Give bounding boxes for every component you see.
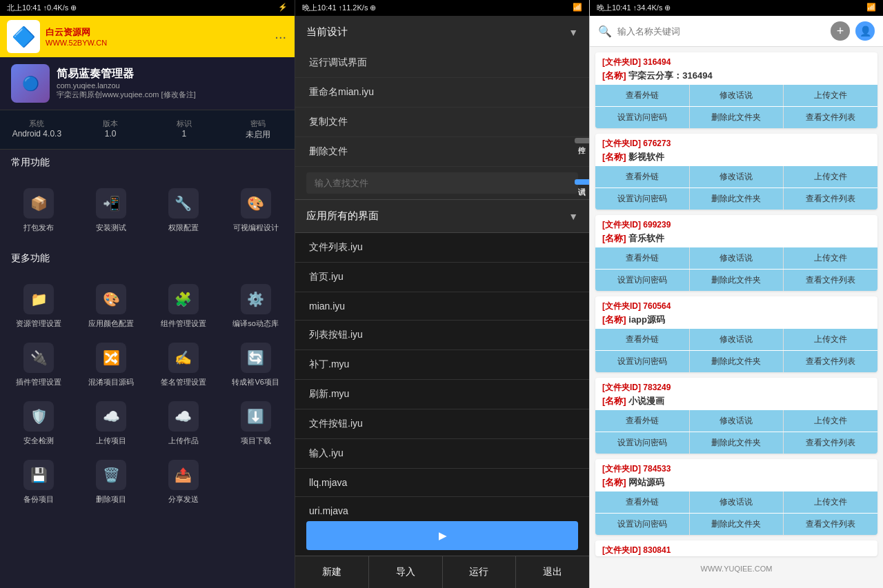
grid-item-share[interactable]: 📤 分享发送 xyxy=(148,453,220,511)
current-design-item-1[interactable]: 重命名mian.iyu xyxy=(295,78,589,108)
more-icon[interactable]: ··· xyxy=(275,29,286,45)
edit-desc-btn-0[interactable]: 修改话说 xyxy=(690,85,784,106)
interface-item-1[interactable]: 首页.iyu xyxy=(295,263,589,292)
set-password-btn-4[interactable]: 设置访问密码 xyxy=(595,432,689,454)
delete-folder-btn-3[interactable]: 删除此文件夹 xyxy=(690,351,784,372)
interface-item-2[interactable]: mian.iyu xyxy=(295,292,589,321)
delete-folder-btn-5[interactable]: 删除此文件夹 xyxy=(690,514,784,535)
current-design-header[interactable]: 当前设计 ▼ xyxy=(295,16,589,48)
folder-entry-4: [文件夹ID] 783249 [名称] 小说漫画 查看外链 修改话说 上传文件 … xyxy=(595,378,877,454)
edit-desc-btn-1[interactable]: 修改话说 xyxy=(690,166,784,187)
interface-item-5[interactable]: 刷新.myu xyxy=(295,380,589,409)
set-password-btn-1[interactable]: 设置访问密码 xyxy=(595,188,689,210)
avatar-button[interactable]: 👤 xyxy=(855,21,875,41)
view-filelist-btn-0[interactable]: 查看文件列表 xyxy=(784,107,877,128)
grid-item-download[interactable]: ⬇️ 项目下载 xyxy=(219,394,292,453)
set-password-btn-5[interactable]: 设置访问密码 xyxy=(595,514,689,535)
edit-desc-btn-2[interactable]: 修改话说 xyxy=(690,247,784,269)
upload-work-icon: ☁️ xyxy=(168,401,199,432)
grid-item-package[interactable]: 📦 打包发布 xyxy=(3,181,75,240)
convert-label: 转成裕V6项目 xyxy=(232,377,279,387)
folder-id-prefix-0: [文件夹ID] xyxy=(602,57,643,67)
grid-item-component[interactable]: 🧩 组件管理设置 xyxy=(148,277,220,336)
sign-label: 签名管理设置 xyxy=(161,377,206,387)
run-button[interactable]: ▶ xyxy=(306,521,578,550)
interface-item-6[interactable]: 文件按钮.iyu xyxy=(295,409,589,439)
grid-item-upload-project[interactable]: ☁️ 上传项目 xyxy=(75,394,148,453)
interface-item-4[interactable]: 补丁.myu xyxy=(295,350,589,380)
add-button[interactable]: + xyxy=(831,21,850,41)
file-search-input[interactable] xyxy=(617,26,825,37)
grid-item-plugin[interactable]: 🔌 插件管理设置 xyxy=(3,336,75,394)
view-filelist-btn-3[interactable]: 查看文件列表 xyxy=(784,351,877,372)
current-design-item-0[interactable]: 运行调试界面 xyxy=(295,48,589,78)
set-password-btn-2[interactable]: 设置访问密码 xyxy=(595,270,689,291)
set-password-btn-0[interactable]: 设置访问密码 xyxy=(595,107,689,128)
upload-file-btn-4[interactable]: 上传文件 xyxy=(784,410,877,432)
upload-file-btn-0[interactable]: 上传文件 xyxy=(784,85,877,106)
component-label: 组件管理设置 xyxy=(161,318,206,329)
edit-desc-btn-4[interactable]: 修改话说 xyxy=(690,410,784,432)
run-footer-button[interactable]: 运行 xyxy=(443,556,517,588)
view-link-btn-1[interactable]: 查看外链 xyxy=(595,166,689,187)
import-button[interactable]: 导入 xyxy=(369,556,443,588)
exit-button[interactable]: 退出 xyxy=(516,556,589,588)
grid-item-convert[interactable]: 🔄 转成裕V6项目 xyxy=(219,336,292,394)
edit-desc-btn-5[interactable]: 修改话说 xyxy=(690,491,784,513)
grid-item-compile[interactable]: ⚙️ 编译so动态库 xyxy=(219,277,292,336)
interface-item-9[interactable]: uri.mjava xyxy=(295,497,589,516)
current-design-item-3[interactable]: 删除文件 xyxy=(295,137,589,167)
view-filelist-btn-1[interactable]: 查看文件列表 xyxy=(784,188,877,210)
grid-item-backup[interactable]: 💾 备份项目 xyxy=(3,453,75,511)
delete-icon: 🗑️ xyxy=(96,460,126,490)
grid-item-obfuscate[interactable]: 🔀 混淆项目源码 xyxy=(75,336,148,394)
edit-desc-btn-3[interactable]: 修改话说 xyxy=(690,329,784,350)
delete-folder-btn-1[interactable]: 删除此文件夹 xyxy=(690,188,784,210)
view-link-btn-2[interactable]: 查看外链 xyxy=(595,247,689,269)
grid-item-color[interactable]: 🎨 应用颜色配置 xyxy=(75,277,148,336)
grid-item-resource[interactable]: 📁 资源管理设置 xyxy=(3,277,75,336)
grid-item-sign[interactable]: ✍️ 签名管理设置 xyxy=(148,336,220,394)
panel3-watermark: WWW.YUQIEE.COM xyxy=(595,562,877,576)
interface-item-0[interactable]: 文件列表.iyu xyxy=(295,233,589,263)
upload-file-btn-2[interactable]: 上传文件 xyxy=(784,247,877,269)
panel3-status-right: 📶 xyxy=(866,3,876,13)
interface-item-7[interactable]: 输入.iyu xyxy=(295,439,589,469)
current-design-item-2[interactable]: 复制文件 xyxy=(295,108,589,137)
folder-buttons-row1-2: 查看外链 修改话说 上传文件 xyxy=(595,247,877,269)
interface-item-3[interactable]: 列表按钮.iyu xyxy=(295,321,589,350)
view-link-btn-0[interactable]: 查看外链 xyxy=(595,85,689,106)
upload-file-btn-1[interactable]: 上传文件 xyxy=(784,166,877,187)
panel3-status-left: 晚上10:41 ↑34.4K/s ⊕ xyxy=(597,3,671,13)
all-interfaces-header[interactable]: 应用所有的界面 ▼ xyxy=(295,200,589,232)
view-filelist-btn-2[interactable]: 查看文件列表 xyxy=(784,270,877,291)
upload-file-btn-3[interactable]: 上传文件 xyxy=(784,329,877,350)
compile-label: 编译so动态库 xyxy=(232,318,279,329)
app-info: 简易蓝奏管理器 com.yuqiee.lanzou 宇栾云阁原创www.yuqi… xyxy=(57,67,196,100)
panel2-status-left: 晚上10:41 ↑11.2K/s ⊕ xyxy=(302,3,376,13)
view-link-btn-5[interactable]: 查看外链 xyxy=(595,491,689,513)
new-button[interactable]: 新建 xyxy=(295,556,369,588)
grid-item-security[interactable]: 🛡️ 安全检测 xyxy=(3,394,75,453)
grid-item-delete[interactable]: 🗑️ 删除项目 xyxy=(75,453,148,511)
delete-folder-btn-2[interactable]: 删除此文件夹 xyxy=(690,270,784,291)
interface-item-8[interactable]: llq.mjava xyxy=(295,469,589,497)
view-link-btn-4[interactable]: 查看外链 xyxy=(595,410,689,432)
grid-item-upload-work[interactable]: ☁️ 上传作品 xyxy=(148,394,220,453)
delete-folder-btn-0[interactable]: 删除此文件夹 xyxy=(690,107,784,128)
upload-file-btn-5[interactable]: 上传文件 xyxy=(784,491,877,513)
search-file-input[interactable] xyxy=(306,172,578,194)
ctrl-badge[interactable]: 控件 xyxy=(575,138,589,143)
view-filelist-btn-5[interactable]: 查看文件列表 xyxy=(784,514,877,535)
package-label: 打包发布 xyxy=(23,223,54,233)
grid-item-permission[interactable]: 🔧 权限配置 xyxy=(148,181,220,240)
view-link-btn-3[interactable]: 查看外链 xyxy=(595,329,689,350)
set-password-btn-3[interactable]: 设置访问密码 xyxy=(595,351,689,372)
debug-badge[interactable]: 调试 xyxy=(575,179,589,185)
folder-name-4: [名称] 小说漫画 xyxy=(595,394,877,410)
delete-folder-btn-4[interactable]: 删除此文件夹 xyxy=(690,432,784,454)
view-filelist-btn-4[interactable]: 查看文件列表 xyxy=(784,432,877,454)
folder-buttons-row2-3: 设置访问密码 删除此文件夹 查看文件列表 xyxy=(595,351,877,372)
grid-item-install[interactable]: 📲 安装测试 xyxy=(75,181,148,240)
grid-item-visual[interactable]: 🎨 可视编程设计 xyxy=(219,181,292,240)
